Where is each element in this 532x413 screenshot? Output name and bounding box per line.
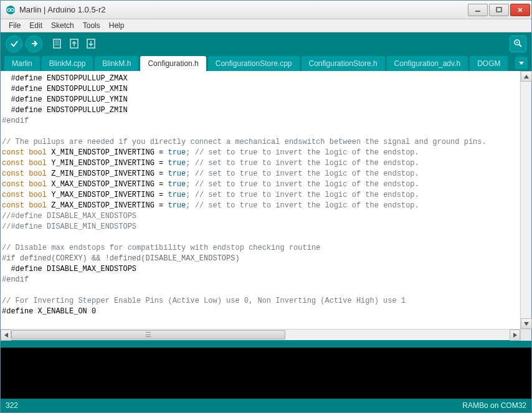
svg-point-15 [516,42,517,43]
menu-help[interactable]: Help [105,20,129,31]
menu-file[interactable]: File [4,20,25,31]
minimize-button[interactable] [468,4,488,16]
open-button[interactable] [67,37,81,50]
menu-sketch[interactable]: Sketch [47,20,78,31]
scroll-right-button[interactable] [510,330,520,341]
scroll-down-button[interactable] [521,318,532,329]
horizontal-scrollbar[interactable] [1,329,531,340]
titlebar: Marlin | Arduino 1.0.5-r2 [1,1,531,19]
upload-button[interactable] [26,36,42,52]
close-button[interactable] [510,4,530,16]
arrow-down-icon [85,37,97,50]
vertical-scrollbar[interactable] [520,71,531,329]
magnifier-icon [513,38,524,49]
window-title: Marlin | Arduino 1.0.5-r2 [19,5,467,14]
triangle-down-icon [524,322,529,326]
menu-edit[interactable]: Edit [25,20,47,31]
code-area[interactable]: #define ENDSTOPPULLUP_ZMAX #define ENDST… [1,71,520,329]
triangle-up-icon [524,75,529,78]
tab-configurationstore-h[interactable]: ConfigurationStore.h [302,56,385,71]
menubar: File Edit Sketch Tools Help [1,19,531,32]
tab-blinkm-h[interactable]: BlinkM.h [95,56,138,71]
triangle-left-icon [4,333,8,338]
arrow-up-icon [68,37,80,50]
tab-configuration-adv-h[interactable]: Configuration_adv.h [387,56,468,71]
verify-button[interactable] [6,36,22,52]
hscroll-thumb[interactable] [11,330,285,339]
svg-line-14 [519,44,521,47]
tab-marlin[interactable]: Marlin [4,56,40,71]
status-strip [1,343,531,348]
triangle-right-icon [513,333,517,338]
footer: 322 RAMBo on COM32 [1,399,531,412]
save-button[interactable] [84,37,98,50]
tab-configuration-h[interactable]: Configuration.h [140,56,206,71]
tab-overflow-button[interactable] [515,57,528,69]
app-icon [6,5,16,15]
app-window: Marlin | Arduino 1.0.5-r2 File Edit Sket… [0,0,532,413]
scroll-left-button[interactable] [1,330,11,341]
tab-configurationstore-cpp[interactable]: ConfigurationStore.cpp [208,56,300,71]
check-icon [9,39,19,49]
new-button[interactable] [50,37,64,50]
svg-rect-4 [496,7,501,12]
tab-blinkm-cpp[interactable]: BlinkM.cpp [42,56,93,71]
maximize-button[interactable] [489,4,509,16]
svg-rect-7 [54,39,60,48]
triangle-down-icon [518,60,525,66]
line-number: 322 [6,401,18,410]
board-port-label: RAMBo on COM32 [462,401,526,410]
arrow-right-icon [29,39,39,49]
tabbar: Marlin BlinkM.cpp BlinkM.h Configuration… [1,55,531,71]
new-file-icon [51,37,64,50]
hscroll-track[interactable] [11,330,510,341]
menu-tools[interactable]: Tools [78,20,105,31]
serial-monitor-button[interactable] [510,36,526,52]
editor: #define ENDSTOPPULLUP_ZMAX #define ENDST… [1,71,531,343]
console-output[interactable] [1,348,531,399]
window-controls [467,4,530,16]
scroll-up-button[interactable] [521,71,532,82]
tab-dogm[interactable]: DOGM [470,56,508,71]
toolbar [1,32,531,55]
